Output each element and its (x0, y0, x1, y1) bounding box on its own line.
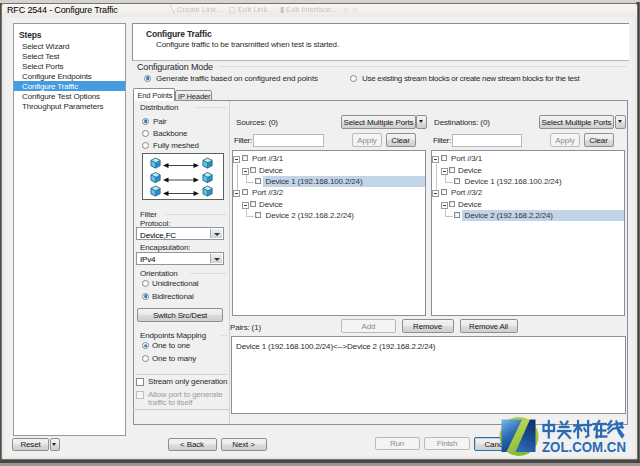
svg-text:ZOL.COM.CN: ZOL.COM.CN (542, 438, 626, 455)
